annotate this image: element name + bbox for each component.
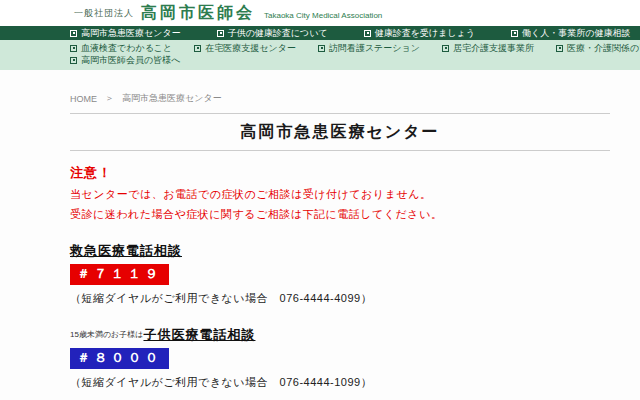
nav-row-primary: 高岡市急患医療センター 子供の健康診査について 健康診査を受けましょう 働く人・… — [0, 26, 640, 40]
link-box-icon — [364, 30, 371, 37]
nav-item-label: 子供の健康診査について — [228, 27, 328, 40]
breadcrumb: HOME ＞ 高岡市急患医療センター — [70, 92, 610, 105]
nav-row-2: 血液検査でわかること 在宅医療支援センター 訪問看護ステーション 居宅介護支援事… — [70, 42, 640, 54]
site-subtitle: Takaoka City Medical Association — [264, 11, 382, 20]
nav-item-label: 医療・介護関係の皆様へ — [567, 42, 640, 55]
link-box-icon — [194, 45, 201, 52]
nav-item-home-medical[interactable]: 在宅医療支援センター — [194, 42, 296, 55]
emergency-phone-heading: 救急医療電話相談 — [70, 242, 182, 260]
link-box-icon — [217, 30, 224, 37]
nav-item-emergency-center[interactable]: 高岡市急患医療センター — [70, 27, 181, 40]
link-box-icon — [70, 30, 77, 37]
link-box-icon — [511, 30, 518, 37]
notice-section: 注意！ 当センターでは、お電話での症状のご相談は受け付けておりません。 受診に迷… — [70, 164, 610, 222]
notice-line-2: 受診に迷われた場合や症状に関するご相談は下記に電話してください。 — [70, 207, 610, 222]
notice-line-1: 当センターでは、お電話での症状のご相談は受け付けておりません。 — [70, 187, 610, 202]
breadcrumb-current: 高岡市急患医療センター — [122, 92, 222, 105]
nav-item-label: 在宅医療支援センター — [205, 42, 296, 55]
nav-item-label: 働く人・事業所の健康相談 — [522, 27, 630, 40]
page-title-block: 高岡市急患医療センター — [70, 113, 610, 151]
org-type-label: 一般社団法人 — [74, 7, 134, 20]
nav-item-label: 健康診査を受けましょう — [375, 27, 475, 40]
nav-item-label: 高岡市医師会員の皆様へ — [81, 54, 180, 67]
page-title: 高岡市急患医療センター — [70, 122, 610, 143]
dial-7119-badge: ＃７１１９ — [70, 264, 169, 285]
nav-item-label: 居宅介護支援事業所 — [453, 42, 534, 55]
nav-rows-secondary: 血液検査でわかること 在宅医療支援センター 訪問看護ステーション 居宅介護支援事… — [0, 40, 640, 70]
nav-item-health-checkup[interactable]: 健康診査を受けましょう — [364, 27, 475, 40]
breadcrumb-separator: ＞ — [105, 92, 114, 105]
nav-item-care-support[interactable]: 居宅介護支援事業所 — [442, 42, 534, 55]
nav-item-label: 訪問看護ステーション — [329, 42, 420, 55]
children-fallback-number: （短縮ダイヤルがご利用できない場合 076-4444-1099） — [70, 375, 610, 390]
nav-item-child-checkup[interactable]: 子供の健康診査について — [217, 27, 328, 40]
nav-item-visiting-nurse[interactable]: 訪問看護ステーション — [318, 42, 420, 55]
nav-item-medical-care-staff[interactable]: 医療・介護関係の皆様へ — [556, 42, 640, 55]
site-title: 高岡市医師会 — [141, 3, 255, 24]
main-content: HOME ＞ 高岡市急患医療センター 高岡市急患医療センター 注意！ 当センター… — [70, 92, 610, 400]
link-box-icon — [318, 45, 325, 52]
main-nav: 高岡市急患医療センター 子供の健康診査について 健康診査を受けましょう 働く人・… — [0, 26, 640, 70]
nav-item-members[interactable]: 高岡市医師会員の皆様へ — [70, 54, 180, 67]
nav-row-3: 高岡市医師会員の皆様へ — [70, 54, 640, 66]
children-phone-section: 15歳未満のお子様は子供医療電話相談 ＃８０００ （短縮ダイヤルがご利用できない… — [70, 325, 610, 390]
children-phone-heading: 子供医療電話相談 — [143, 326, 255, 344]
emergency-phone-section: 救急医療電話相談 ＃７１１９ （短縮ダイヤルがご利用できない場合 076-444… — [70, 241, 610, 306]
emergency-fallback-number: （短縮ダイヤルがご利用できない場合 076-4444-4099） — [70, 291, 610, 306]
link-box-icon — [70, 57, 77, 64]
notice-heading: 注意！ — [70, 164, 610, 182]
nav-item-label: 高岡市急患医療センター — [81, 27, 181, 40]
link-box-icon — [556, 45, 563, 52]
site-header: 一般社団法人 高岡市医師会 Takaoka City Medical Assoc… — [0, 0, 640, 26]
breadcrumb-home-link[interactable]: HOME — [70, 94, 97, 104]
dial-8000-badge: ＃８０００ — [70, 348, 169, 369]
link-box-icon — [70, 45, 77, 52]
nav-item-worker-consult[interactable]: 働く人・事業所の健康相談 — [511, 27, 630, 40]
children-heading-prefix: 15歳未満のお子様は — [70, 330, 143, 339]
link-box-icon — [442, 45, 449, 52]
